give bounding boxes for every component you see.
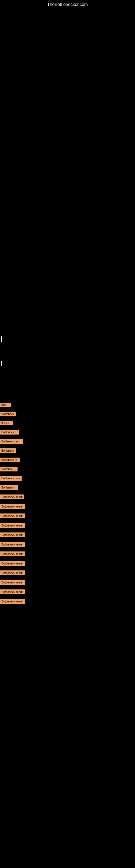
list-item[interactable]: Bottleneck result	[0, 580, 135, 585]
list-item[interactable]: Bottleneck r	[0, 485, 135, 490]
bottleneck-label: Bottleneck result	[0, 542, 25, 547]
list-item[interactable]: Bottleneck result	[0, 599, 135, 604]
bottleneck-label: Bottleneck	[0, 412, 16, 416]
list-item[interactable]: Bottleneck r	[0, 430, 135, 435]
bottleneck-label: Bottleneck result	[0, 495, 24, 499]
bottleneck-label: Bottleneck	[0, 448, 16, 453]
list-item[interactable]: Bottleneck resu	[0, 476, 135, 480]
list-item[interactable]: Bottleneck result	[0, 523, 135, 528]
bottleneck-label: Bottleneck resu	[0, 476, 21, 480]
list-item[interactable]: Bottleneck result	[0, 570, 135, 575]
list-item[interactable]: Bottleneck result	[0, 504, 135, 509]
bottleneck-label: Bottlen	[0, 421, 13, 425]
list-item[interactable]: Bott	[0, 401, 135, 407]
bottleneck-label: Bottleneck result	[0, 523, 25, 528]
list-item[interactable]: Bottleneck	[0, 448, 135, 453]
list-item[interactable]: Bottlenecl	[0, 467, 135, 471]
list-item[interactable]: Bottleneck result	[0, 561, 135, 566]
cursor-line-2	[1, 361, 2, 366]
bottleneck-label: Bott	[0, 403, 11, 407]
bottleneck-label: Bottleneck re	[0, 458, 20, 462]
list-item[interactable]: Bottleneck result	[0, 532, 135, 537]
bottleneck-label: Bottleneck res	[0, 439, 23, 444]
list-item[interactable]: Bottleneck result	[0, 589, 135, 594]
bottleneck-label: Bottleneck result	[0, 599, 25, 604]
bottleneck-label: Bottleneck result	[0, 552, 25, 556]
bottleneck-label: Bottleneck r	[0, 485, 18, 490]
list-item[interactable]: Bottlen	[0, 421, 135, 425]
cursor-line-1	[1, 336, 2, 342]
bottleneck-label: Bottleneck result	[0, 589, 25, 594]
list-item[interactable]: Bottleneck result	[0, 495, 135, 499]
bottleneck-label: Bottleneck result	[0, 532, 25, 537]
bottleneck-label: Bottleneck result	[0, 561, 25, 566]
list-item[interactable]: Bottleneck result	[0, 514, 135, 518]
bottleneck-label: Bottleneck result	[0, 504, 25, 509]
bottleneck-label: Bottleneck result	[0, 514, 25, 518]
bottleneck-label: Bottlenecl	[0, 467, 17, 471]
bottleneck-label: Bottleneck r	[0, 430, 19, 435]
site-title: TheBottlenecker.com	[0, 0, 135, 7]
list-item[interactable]: Bottleneck	[0, 412, 135, 416]
list-item[interactable]: Bottleneck res	[0, 439, 135, 444]
bottleneck-items-container: Bott Bottleneck Bottlen Bottleneck r Bot…	[0, 401, 135, 604]
bottleneck-label: Bottleneck result	[0, 570, 25, 575]
list-item[interactable]: Bottleneck re	[0, 458, 135, 462]
list-item[interactable]: Bottleneck result	[0, 552, 135, 556]
bottleneck-label: Bottleneck result	[0, 580, 25, 585]
list-item[interactable]: Bottleneck result	[0, 542, 135, 547]
